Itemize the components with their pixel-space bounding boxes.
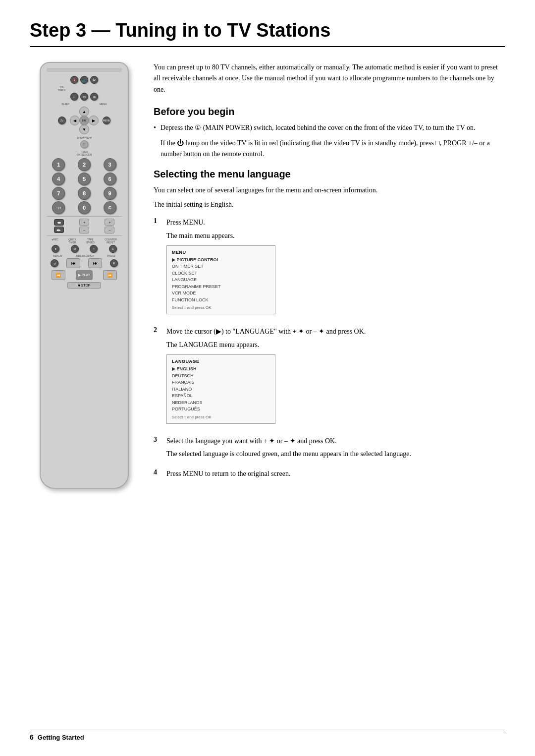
btn-progr-down[interactable]: − (105, 227, 114, 233)
replay-labels: REPLAY INDEX/SEARCH PAUSE (47, 254, 122, 257)
btn-down[interactable]: ▼ (79, 124, 89, 134)
btn-fwd-search[interactable]: ⏭ (88, 258, 102, 268)
btn-ch-left[interactable]: ◀■ (54, 219, 64, 226)
btn-3[interactable]: 3 (104, 158, 116, 171)
step-4: 4 Press MENU to return to the original s… (154, 468, 505, 481)
footer-label: Getting Started (38, 734, 84, 741)
lang-english: ▶ ENGLISH (172, 366, 270, 373)
timer-onscreen-labels: TIMERON-SCREEN (47, 150, 122, 156)
btn-minus-plus[interactable]: −/+ (52, 201, 65, 214)
stop-row: ■ STOP (47, 282, 122, 289)
btn-counter[interactable]: C (109, 245, 117, 253)
btn-4[interactable]: 4 (52, 173, 65, 185)
btn-rew-search[interactable]: ⏮ (66, 258, 80, 268)
on-timer-label-row: ONTIMER (47, 86, 122, 92)
sleep-menu-row: Zz ▲ ▼ ◀ ▶ OK MENU (47, 107, 122, 134)
lang-nederlands: NEDERLANDS (172, 400, 270, 407)
btn-vol-down[interactable]: − (79, 227, 89, 233)
btn-replay[interactable]: ↺ (51, 259, 58, 267)
btn-rew[interactable]: ⏪ (52, 270, 65, 280)
btn-power[interactable]: ⏻ (90, 76, 98, 84)
lang-deutsch: DEUTSCH (172, 373, 270, 380)
rec-btn-row: ● Q T C (47, 245, 122, 253)
menu-label: MENU (100, 103, 107, 106)
step-3-instruction: Select the language you want with + ✦ or… (166, 436, 505, 447)
btn-vol-up[interactable]: + (79, 219, 89, 226)
step-1-content: Press MENU. The main menu appears. MENU … (166, 217, 505, 319)
standby-para: If the ⏻ lamp on the video TV is lit in … (154, 138, 505, 160)
divider1 (47, 216, 122, 217)
numpad: 1 2 3 4 5 6 7 8 9 −/+ 0 C (47, 158, 122, 214)
remote-top-bar (47, 68, 122, 72)
index-label: INDEX/SEARCH (76, 254, 95, 257)
remote-top-icons: 🔇 📺 ⏻ (47, 76, 122, 84)
btn-c[interactable]: C (104, 201, 116, 214)
sleep-label: SLEEP (61, 103, 69, 106)
divider2 (47, 235, 122, 236)
btn-tv[interactable]: ⊡ (80, 93, 88, 101)
btn-1[interactable]: 1 (52, 158, 65, 171)
lang-portugues: PORTUGUÊS (172, 406, 270, 413)
btn-play[interactable]: ▶ PLAY (76, 270, 93, 280)
footer: 6 Getting Started (30, 730, 505, 741)
remote-control-image: 🔇 📺 ⏻ ONTIMER □ ⊡ ⊞ SLEEP MENU Zz (30, 62, 139, 489)
showview-label: SHOW VIEW (77, 136, 92, 139)
btn-sleep[interactable]: Zz (58, 116, 66, 124)
btn-icon1[interactable]: 🔇 (70, 76, 78, 84)
step-4-instruction: Press MENU to return to the original scr… (166, 468, 505, 479)
lang-espanol: ESPAÑOL (172, 393, 270, 400)
bullet-item-1: Depress the ① (MAIN POWER) switch, locat… (154, 122, 505, 133)
lang-francais: FRANÇAIS (172, 379, 270, 386)
on-timer-row: □ ⊡ ⊞ (47, 93, 122, 101)
btn-8[interactable]: 8 (78, 187, 91, 200)
btn-0[interactable]: 0 (78, 201, 91, 214)
transport-row1: ↺ ⏮ ⏭ ⏸ (47, 258, 122, 268)
transport-row2: ⏪ ▶ PLAY ⏩ (47, 270, 122, 280)
step-2-content: Move the cursor (▶) to "LANGUAGE" with +… (166, 326, 505, 428)
btn-tape[interactable]: T (90, 245, 98, 253)
sleep-menu-labels: SLEEP MENU (47, 103, 122, 106)
btn-rec[interactable]: ● (52, 245, 59, 253)
btn-5[interactable]: 5 (78, 173, 91, 185)
btn-icon2[interactable]: 📺 (80, 76, 88, 84)
btn-vcr[interactable]: ⊞ (90, 93, 98, 101)
btn-up[interactable]: ▲ (79, 107, 89, 116)
btn-ff[interactable]: ⏩ (103, 270, 117, 280)
btn-2[interactable]: 2 (78, 158, 91, 171)
step-4-num: 4 (154, 468, 162, 476)
selecting-intro2: The initial setting is English. (154, 199, 505, 210)
rec-labels: ●REC QUICKTIMER TAPESPEED COUNTERRESET (47, 238, 122, 244)
page-title: Step 3 — Tuning in to TV Stations (30, 20, 505, 47)
step-1-num: 1 (154, 217, 162, 225)
btn-quick[interactable]: Q (71, 245, 79, 253)
timer-label: TIMERON-SCREEN (77, 150, 92, 156)
btn-right[interactable]: ▶ (89, 116, 99, 125)
btn-ch-right[interactable]: ■▶ (54, 227, 64, 233)
btn-pause[interactable]: ⏸ (110, 259, 118, 267)
menu-item-on-timer: ON TIMER SET (172, 263, 270, 270)
showview-label-row: SHOW VIEW (47, 136, 122, 139)
menu-item-vcr: VCR MODE (172, 290, 270, 297)
menu-item-function: FUNCTION LOCK (172, 297, 270, 304)
pause-label: PAUSE (107, 254, 115, 257)
btn-showview[interactable]: □ (80, 140, 88, 148)
btn-6[interactable]: 6 (104, 173, 116, 185)
language-menu-title: LANGUAGE (172, 359, 270, 364)
btn-on-timer[interactable]: □ (70, 93, 78, 101)
tape-label: TAPESPEED (86, 238, 95, 244)
selecting-title: Selecting the menu language (154, 169, 505, 180)
main-menu-title: MENU (172, 250, 270, 255)
btn-menu[interactable]: MENU (103, 116, 110, 124)
before-you-begin-title: Before you begin (154, 106, 505, 117)
footer-page-number: 6 (30, 733, 34, 741)
step-1-instruction: Press MENU. (166, 217, 505, 228)
main-menu-footer: Select ↕ and press OK (172, 305, 270, 310)
btn-stop[interactable]: ■ STOP (67, 282, 101, 289)
btn-7[interactable]: 7 (52, 187, 65, 200)
menu-item-picture: ▶ PICTURE CONTROL (172, 257, 270, 264)
selecting-section: Selecting the menu language You can sele… (154, 169, 505, 482)
btn-left[interactable]: ◀ (70, 116, 80, 125)
btn-9[interactable]: 9 (104, 187, 116, 200)
btn-progr-up[interactable]: + (105, 219, 114, 226)
btn-ok[interactable]: OK (79, 116, 89, 125)
